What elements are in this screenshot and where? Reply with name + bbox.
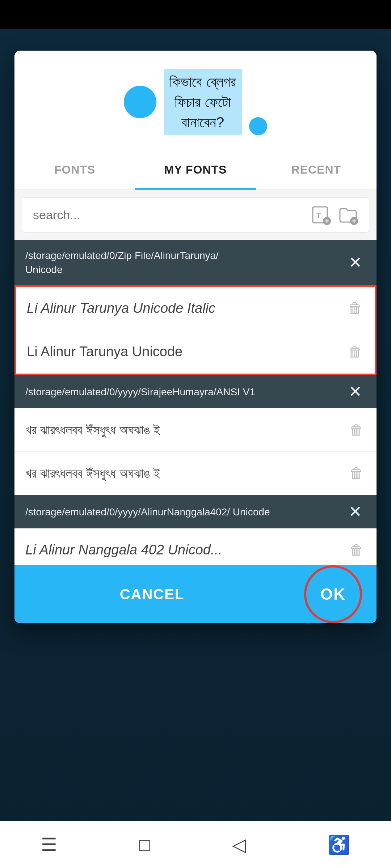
font-name-sirajee-2: খর ঝারৎধলবব ঈঁসধুৎধ অঘঝাঙ ই [25,466,348,481]
font-group-header-1: /storage/emulated/0/Zip File/AlinurTarun… [14,240,377,285]
font-group-header-2: /storage/emulated/0/yyyy/SirajeeHumayra/… [14,375,377,408]
close-group-3-button[interactable]: ✕ [345,504,366,520]
ok-circle: OK [304,565,362,623]
font-group-path-3: /storage/emulated/0/yyyy/AlinurNanggala4… [25,505,345,519]
font-item-tarunya-italic[interactable]: Li Alinur Tarunya Unicode Italic 🗑 [16,287,375,330]
font-group-header-3: /storage/emulated/0/yyyy/AlinurNanggala4… [14,495,377,528]
add-font-icon[interactable]: T [311,205,331,225]
font-item-sirajee-2[interactable]: খর ঝারৎধলবব ঈঁসধুৎধ অঘঝাঙ ই 🗑 [14,452,377,495]
font-group-path-1: /storage/emulated/0/Zip File/AlinurTarun… [25,248,345,277]
ok-label: OK [320,585,346,603]
font-group-path-2: /storage/emulated/0/yyyy/SirajeeHumayra/… [25,385,345,399]
delete-font-tarunya-button[interactable]: 🗑 [346,342,364,362]
tab-recent[interactable]: RECENT [256,150,377,190]
font-name-nanggala-italic: Li Alinur Nanggala 402 Unicod... [25,542,348,558]
delete-font-nanggala-italic-button[interactable]: 🗑 [348,540,366,560]
font-list: /storage/emulated/0/Zip File/AlinurTarun… [14,240,377,565]
delete-font-sirajee-1-button[interactable]: 🗑 [348,420,366,440]
font-name-tarunya-italic: Li Alinur Tarunya Unicode Italic [27,301,346,316]
navigation-bar: ☰ □ ◁ ♿ [0,821,391,868]
cancel-button[interactable]: CANCEL [14,565,290,623]
tab-fonts[interactable]: FONTS [14,150,135,190]
selected-font-group: Li Alinur Tarunya Unicode Italic 🗑 Li Al… [14,285,377,375]
bubble-decoration-large [124,86,156,118]
tab-my-fonts[interactable]: MY FONTS [135,150,256,190]
status-bar [0,0,391,29]
search-input[interactable] [33,208,304,222]
add-folder-icon[interactable] [338,205,358,225]
nav-back-button[interactable]: ◁ [232,834,246,855]
font-item-sirajee-1[interactable]: খর ঝারৎধলবব ঈঁসধুৎধ অঘঝাঙ ই 🗑 [14,408,377,452]
search-bar[interactable]: T [22,197,369,233]
font-item-tarunya[interactable]: Li Alinur Tarunya Unicode 🗑 [16,330,375,374]
close-group-1-button[interactable]: ✕ [345,255,366,271]
font-picker-dialog: কিভাবে ব্লেগর ফিচার ফেটো বানাবেন? FONTS … [14,51,377,623]
dialog-title: কিভাবে ব্লেগর ফিচার ফেটো বানাবেন? [164,69,241,135]
nav-menu-button[interactable]: ☰ [41,834,57,855]
dialog-footer: CANCEL OK [14,565,377,623]
bubble-decoration-small [249,117,267,135]
dialog-header: কিভাবে ব্লেগর ফিচার ফেটো বানাবেন? [14,51,377,150]
nav-accessibility-button[interactable]: ♿ [328,834,350,855]
delete-font-tarunya-italic-button[interactable]: 🗑 [346,298,364,318]
close-group-2-button[interactable]: ✕ [345,384,366,400]
svg-text:T: T [316,211,321,220]
font-item-nanggala-italic[interactable]: Li Alinur Nanggala 402 Unicod... 🗑 [14,528,377,565]
nav-home-button[interactable]: □ [139,834,150,855]
font-name-tarunya: Li Alinur Tarunya Unicode [27,344,346,359]
tab-bar: FONTS MY FONTS RECENT [14,150,377,190]
delete-font-sirajee-2-button[interactable]: 🗑 [348,463,366,483]
ok-button[interactable]: OK [290,565,377,623]
font-name-sirajee-1: খর ঝারৎধলবব ঈঁসধুৎধ অঘঝাঙ ই [25,422,348,438]
